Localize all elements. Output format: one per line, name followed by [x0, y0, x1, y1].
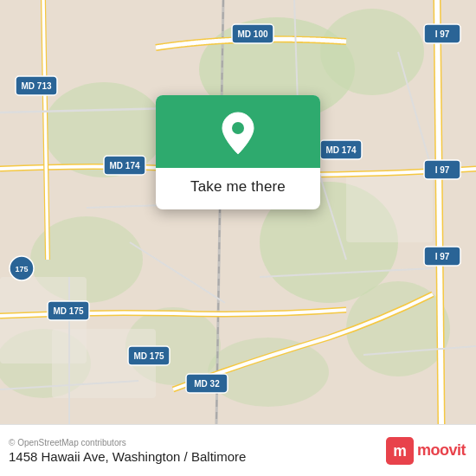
svg-text:I 97: I 97 [435, 252, 450, 261]
take-me-there-button[interactable]: Take me there [190, 177, 286, 197]
svg-text:I 97: I 97 [435, 29, 450, 39]
svg-point-2 [320, 9, 424, 95]
svg-text:175: 175 [15, 265, 28, 273]
map-container: MD 100 MD 174 MD 174 I 97 I 97 I 97 MD 7… [0, 0, 476, 424]
popup-body: Take me there [156, 168, 320, 209]
svg-text:MD 175: MD 175 [53, 306, 83, 316]
svg-text:MD 32: MD 32 [194, 379, 220, 389]
moovit-logo-icon: m [386, 437, 414, 465]
svg-text:MD 100: MD 100 [237, 29, 267, 39]
svg-text:m: m [393, 442, 407, 460]
svg-text:I 97: I 97 [435, 165, 450, 175]
address-label: 1458 Hawaii Ave, Washington / Baltimore [9, 449, 246, 464]
svg-rect-12 [346, 173, 433, 242]
location-pin-icon [219, 111, 257, 156]
svg-text:MD 713: MD 713 [21, 81, 51, 91]
svg-text:MD 175: MD 175 [133, 351, 164, 361]
location-popup: Take me there [156, 95, 320, 209]
footer: © OpenStreetMap contributors 1458 Hawaii… [0, 424, 476, 476]
map-background: MD 100 MD 174 MD 174 I 97 I 97 I 97 MD 7… [0, 0, 476, 424]
moovit-brand-name: moovit [417, 441, 466, 460]
moovit-logo: m moovit [386, 437, 466, 465]
popup-header [156, 95, 320, 168]
svg-text:MD 174: MD 174 [109, 161, 139, 170]
svg-text:MD 174: MD 174 [325, 145, 356, 155]
footer-address-section: © OpenStreetMap contributors 1458 Hawaii… [9, 438, 246, 464]
svg-point-47 [232, 122, 244, 134]
osm-attribution: © OpenStreetMap contributors [9, 438, 246, 447]
